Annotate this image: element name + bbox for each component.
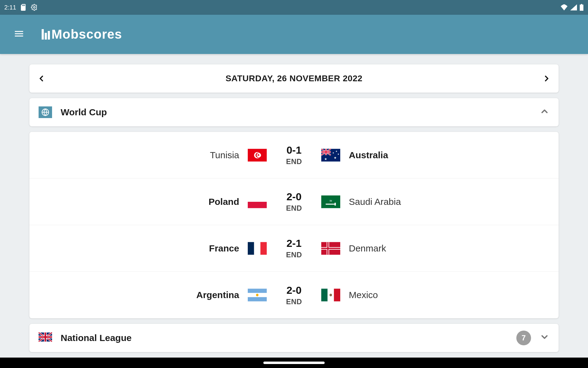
android-status-bar: 2:11: [0, 0, 588, 15]
match-row[interactable]: Tunisia 0-1 END Australia: [29, 132, 559, 178]
svg-text:ﷻ: ﷻ: [330, 199, 332, 202]
home-pill[interactable]: [263, 362, 325, 364]
home-flag-icon: [247, 149, 268, 162]
match-row[interactable]: Argentina 2-0 END Mexico: [29, 272, 559, 318]
svg-rect-19: [334, 203, 336, 205]
score-block: 2-0 END: [268, 191, 320, 213]
match-status: END: [268, 204, 320, 213]
chevron-down-icon[interactable]: [540, 332, 549, 344]
svg-point-35: [330, 294, 332, 296]
match-count-badge: 7: [516, 331, 531, 345]
competition-title: National League: [61, 333, 508, 343]
flag-gb-icon: [39, 332, 52, 344]
svg-point-31: [256, 294, 258, 296]
competition-header-national-league[interactable]: National League 7: [29, 324, 559, 352]
chevron-up-icon[interactable]: [540, 106, 549, 118]
svg-rect-28: [321, 247, 340, 249]
score-value: 2-0: [268, 191, 320, 203]
match-status: END: [268, 251, 320, 259]
settings-gear-icon: [31, 4, 38, 11]
match-row[interactable]: Poland 2-0 END ﷻ Saudi Arabia: [29, 178, 559, 225]
sd-card-icon: [21, 4, 27, 11]
home-flag-icon: [247, 242, 268, 255]
match-status: END: [268, 157, 320, 166]
svg-rect-21: [248, 242, 254, 255]
away-team-name: Saudi Arabia: [341, 197, 559, 207]
score-block: 0-1 END: [268, 144, 320, 166]
svg-point-0: [33, 6, 35, 8]
away-flag-icon: [320, 149, 341, 162]
status-clock: 2:11: [4, 4, 16, 11]
score-block: 2-1 END: [268, 237, 320, 259]
home-flag-icon: [247, 195, 268, 208]
date-navigator: SATURDAY, 26 NOVEMBER 2022: [29, 64, 559, 93]
svg-rect-18: [326, 204, 336, 205]
wifi-icon: [560, 4, 568, 10]
home-team-name: Poland: [29, 197, 247, 207]
app-logo[interactable]: Mobscores: [42, 27, 122, 42]
app-name: Mobscores: [51, 27, 122, 42]
away-flag-icon: ﷻ: [320, 195, 341, 208]
logo-bars-icon: [42, 29, 50, 40]
competition-title: World Cup: [61, 107, 531, 117]
match-row[interactable]: France 2-1 END Denmark: [29, 225, 559, 272]
home-flag-icon: [247, 289, 268, 301]
away-team-name: Denmark: [341, 243, 559, 254]
away-team-name: Mexico: [341, 290, 559, 300]
svg-rect-34: [334, 289, 340, 301]
svg-rect-15: [248, 195, 267, 202]
svg-rect-22: [254, 242, 261, 255]
hamburger-menu-icon[interactable]: [13, 28, 24, 40]
content-area: SATURDAY, 26 NOVEMBER 2022 World Cup Tun…: [0, 54, 588, 352]
globe-icon: [39, 106, 52, 118]
status-left: 2:11: [4, 4, 38, 11]
home-team-name: France: [29, 243, 247, 254]
away-flag-icon: [320, 242, 341, 255]
date-prev-button[interactable]: [37, 74, 46, 83]
home-team-name: Tunisia: [29, 150, 247, 160]
cellular-icon: [570, 4, 577, 10]
away-team-name: Australia: [341, 150, 559, 160]
svg-rect-23: [260, 242, 267, 255]
match-status: END: [268, 297, 320, 306]
date-next-button[interactable]: [542, 74, 551, 83]
home-team-name: Argentina: [29, 290, 247, 300]
away-flag-icon: [320, 289, 341, 301]
date-label: SATURDAY, 26 NOVEMBER 2022: [225, 74, 362, 83]
svg-rect-16: [248, 202, 267, 208]
score-value: 2-0: [268, 284, 320, 296]
battery-icon: [579, 4, 584, 11]
android-navigation-bar: [0, 358, 588, 368]
match-list-world-cup: Tunisia 0-1 END Australia Poland 2-0 END: [29, 132, 559, 318]
status-right: [560, 4, 584, 11]
app-bar: Mobscores: [0, 15, 588, 54]
svg-rect-32: [321, 289, 328, 301]
competition-header-world-cup[interactable]: World Cup: [29, 98, 559, 126]
score-block: 2-0 END: [268, 284, 320, 306]
score-value: 0-1: [268, 144, 320, 156]
score-value: 2-1: [268, 237, 320, 249]
